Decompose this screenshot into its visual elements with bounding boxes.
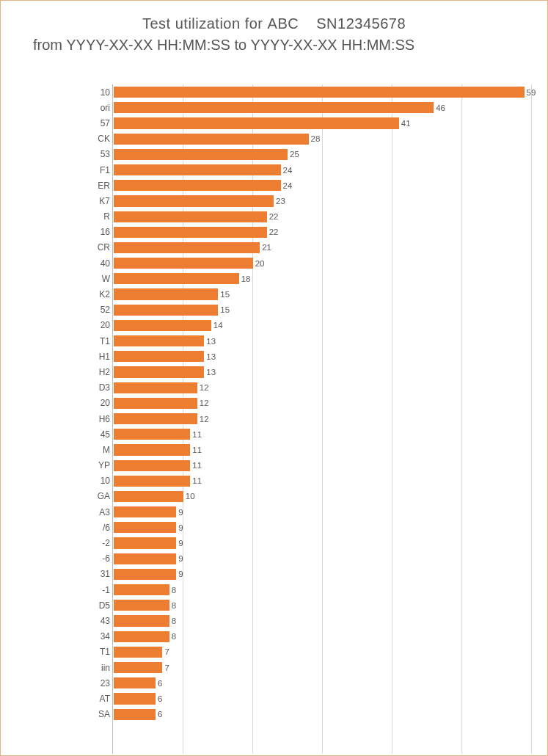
bar: [114, 351, 204, 362]
bar: [114, 382, 197, 393]
bar-row: T113: [113, 333, 531, 349]
value-label: 9: [178, 508, 183, 517]
bar-row: GA10: [113, 489, 531, 504]
bar-cell: 7: [114, 662, 531, 673]
bar: [114, 258, 253, 269]
value-label: 6: [158, 710, 162, 719]
bar-cell: 20: [114, 258, 531, 269]
value-label: 11: [192, 476, 202, 485]
bar-cell: 15: [114, 305, 531, 316]
category-label: -1: [81, 585, 110, 595]
bar-cell: 12: [114, 382, 531, 393]
bar: [114, 506, 176, 517]
category-label: 10: [81, 476, 110, 486]
bar-cell: 8: [114, 631, 531, 642]
category-label: 10: [81, 87, 110, 98]
title-device: ABC: [268, 15, 299, 32]
to-label: to: [235, 37, 247, 53]
category-label: 20: [81, 398, 110, 408]
bar-row: M11: [113, 442, 531, 457]
bar: [114, 460, 190, 471]
bar: [114, 429, 190, 440]
bar: [114, 117, 399, 128]
value-label: 11: [192, 461, 202, 470]
category-label: CK: [81, 134, 110, 144]
bar: [114, 227, 267, 238]
bar: [114, 335, 204, 346]
value-label: 6: [158, 694, 162, 703]
category-label: 23: [81, 678, 110, 688]
bar: [114, 537, 176, 548]
bar: [114, 600, 169, 611]
title-prefix: Test utilization for: [142, 15, 263, 32]
value-label: 24: [283, 166, 293, 175]
bar: [114, 102, 434, 113]
category-label: T1: [81, 647, 110, 657]
category-label: CR: [81, 242, 110, 252]
value-label: 11: [192, 430, 202, 439]
bar-cell: 11: [114, 476, 531, 487]
bar-row: SA6: [113, 707, 531, 722]
value-label: 18: [241, 275, 251, 283]
bar-row: iin7: [113, 660, 531, 675]
value-label: 46: [436, 103, 445, 112]
from-value: YYYY-XX-XX HH:MM:SS: [66, 37, 230, 53]
value-label: 6: [158, 679, 162, 688]
value-label: 8: [172, 601, 176, 610]
bar-cell: 11: [114, 444, 531, 455]
bar-row: /69: [113, 520, 531, 535]
value-label: 24: [283, 181, 293, 190]
bar-row: -29: [113, 535, 531, 550]
bar-cell: 13: [114, 335, 531, 346]
category-label: 52: [81, 305, 110, 315]
bar: [114, 444, 190, 455]
bar: [114, 288, 218, 299]
bar: [114, 164, 281, 175]
value-label: 7: [164, 647, 169, 656]
category-label: D5: [81, 600, 110, 611]
title-line1: Test utilization for ABC SN12345678: [23, 15, 525, 32]
bar-row: AT6: [113, 691, 531, 706]
category-label: A3: [81, 507, 110, 517]
value-label: 28: [311, 134, 321, 143]
bar-cell: 22: [114, 227, 531, 238]
bar-cell: 24: [114, 164, 531, 175]
bar-cell: 8: [114, 615, 531, 626]
category-label: 43: [81, 616, 110, 626]
gridline: [531, 84, 532, 754]
bar-row: K723: [113, 193, 531, 208]
bar-row: 5215: [113, 302, 531, 318]
bar-cell: 12: [114, 413, 531, 424]
bar-cell: 13: [114, 366, 531, 377]
category-label: 57: [81, 118, 110, 128]
bar-cell: 25: [114, 149, 531, 160]
bar-cell: 28: [114, 134, 531, 145]
bar: [114, 662, 162, 673]
value-label: 12: [200, 415, 209, 424]
to-value: YYYY-XX-XX HH:MM:SS: [250, 37, 414, 53]
bar-cell: 9: [114, 522, 531, 533]
category-label: 16: [81, 227, 110, 237]
category-label: K2: [81, 289, 110, 299]
bar-row: 5325: [113, 147, 531, 162]
bar: [114, 366, 204, 377]
bar-row: 319: [113, 567, 531, 582]
sn-label: SN: [316, 15, 337, 32]
category-label: 45: [81, 429, 110, 440]
bar-row: ori46: [113, 100, 531, 115]
value-label: 10: [186, 492, 195, 501]
bar-row: -69: [113, 551, 531, 567]
bar: [114, 677, 156, 688]
bar: [114, 87, 525, 98]
bar-row: -18: [113, 582, 531, 597]
bar-cell: 11: [114, 460, 531, 471]
value-label: 9: [178, 523, 183, 532]
value-label: 20: [255, 259, 265, 268]
category-label: H6: [81, 414, 110, 424]
bar: [114, 180, 281, 191]
bar-row: D58: [113, 597, 531, 613]
bar-row: 1622: [113, 225, 531, 240]
bar-row: H213: [113, 364, 531, 379]
category-label: YP: [81, 460, 110, 470]
category-label: D3: [81, 382, 110, 393]
